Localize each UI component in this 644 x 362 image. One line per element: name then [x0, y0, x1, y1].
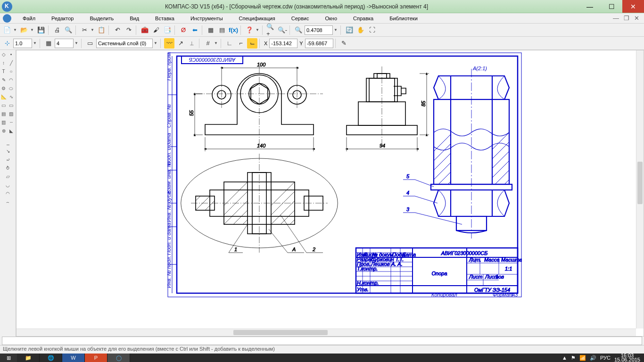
pan-icon[interactable]: ✋: [355, 25, 366, 35]
snap2-icon[interactable]: ⌐: [236, 38, 246, 49]
menu-select[interactable]: Выделить: [82, 15, 121, 22]
menu-tools[interactable]: Инструменты: [183, 15, 231, 22]
zoom-out-icon[interactable]: 🔍-: [277, 25, 288, 35]
tool-insert-icon[interactable]: ⊕: [0, 127, 7, 134]
system-tray[interactable]: ▲ ⚑ 📶 🔊 РУС 16:0315.06.2015: [558, 354, 644, 362]
tool-spec-icon[interactable]: ▤: [0, 110, 7, 117]
style2-icon[interactable]: ↗: [175, 38, 186, 49]
new-dropdown[interactable]: ▼: [13, 28, 18, 32]
mdi-minimize[interactable]: —: [611, 15, 621, 22]
copy-icon[interactable]: 📋: [96, 25, 107, 35]
back-icon[interactable]: ⬅: [190, 25, 200, 35]
properties-icon[interactable]: 🧰: [140, 25, 150, 35]
help-icon[interactable]: ❓: [244, 25, 255, 35]
maximize-button[interactable]: ☐: [601, 0, 622, 13]
tool-point-icon[interactable]: •: [8, 51, 15, 58]
tool-param-icon[interactable]: ⚙: [0, 85, 7, 92]
tool-rect-icon[interactable]: ▭: [8, 102, 15, 109]
manager-icon[interactable]: ▦: [206, 25, 216, 35]
tool-edit-icon[interactable]: ✎: [0, 76, 7, 83]
message-bar[interactable]: [2, 337, 642, 345]
task-word[interactable]: W: [62, 354, 85, 362]
task-kompas[interactable]: ◯: [107, 354, 130, 362]
tool-arc-icon[interactable]: ◠: [8, 76, 15, 83]
style-icon[interactable]: 〰: [164, 38, 174, 49]
menu-spec[interactable]: Спецификация: [231, 15, 283, 22]
refresh-icon[interactable]: 🔄: [344, 25, 355, 35]
task-ppt[interactable]: P: [85, 354, 107, 362]
tool-aux7-icon[interactable]: ◠: [4, 190, 11, 197]
print-icon[interactable]: 🖨: [52, 25, 62, 35]
tool-ellipse-icon[interactable]: ⬭: [8, 85, 15, 92]
mdi-close[interactable]: ✕: [632, 15, 641, 22]
menu-view[interactable]: Вид: [122, 15, 147, 22]
grid-icon[interactable]: ▦: [43, 38, 54, 49]
undo-icon[interactable]: ↶: [112, 25, 123, 35]
vertical-scrollbar[interactable]: [636, 50, 644, 329]
tool-text-icon[interactable]: T: [0, 68, 7, 75]
edit-icon[interactable]: ✎: [339, 38, 349, 49]
horizontal-scrollbar[interactable]: [17, 329, 636, 336]
copy-props-icon[interactable]: 📑: [162, 25, 173, 35]
tool-circle-icon[interactable]: ○: [8, 68, 15, 75]
new-icon[interactable]: 📄: [2, 25, 12, 35]
menu-window[interactable]: Окно: [317, 15, 345, 22]
layer-select[interactable]: [96, 39, 153, 48]
tool-aux1-icon[interactable]: ⎯: [4, 139, 11, 146]
tool-aux2-icon[interactable]: ↘: [4, 148, 11, 155]
brush-icon[interactable]: 🖌: [151, 25, 161, 35]
menu-service[interactable]: Сервис: [284, 15, 317, 22]
vars-icon[interactable]: f(x): [228, 25, 239, 35]
tool-dim-icon[interactable]: ↕: [0, 59, 7, 66]
grid2-icon[interactable]: #: [203, 38, 213, 49]
coord-x-input[interactable]: [269, 39, 297, 48]
zoom-dropdown[interactable]: ▼: [334, 28, 339, 32]
coord-y-input[interactable]: [305, 39, 333, 48]
menu-edit[interactable]: Редактор: [44, 15, 81, 22]
minimize-button[interactable]: —: [579, 0, 601, 13]
tool-report-icon[interactable]: ▥: [0, 119, 7, 126]
tool-select-icon[interactable]: ▭: [0, 102, 7, 109]
open-dropdown[interactable]: ▼: [30, 28, 35, 32]
tool-chamfer-icon[interactable]: ◣: [8, 127, 15, 134]
menu-insert[interactable]: Вставка: [148, 15, 182, 22]
angle-icon[interactable]: ∟: [224, 38, 235, 49]
cancel-icon[interactable]: Ø: [178, 25, 189, 35]
start-button[interactable]: ⊞: [0, 354, 17, 362]
cut-icon[interactable]: ✂: [79, 25, 90, 35]
redo-icon[interactable]: ↷: [124, 25, 134, 35]
task-chrome[interactable]: 🌐: [40, 354, 62, 362]
menu-file[interactable]: Файл: [15, 15, 43, 22]
tool-aux4-icon[interactable]: ⥁: [4, 165, 11, 172]
snap-step-input[interactable]: [13, 39, 32, 48]
tool-aux6-icon[interactable]: ◡: [4, 181, 11, 189]
fit-icon[interactable]: ⛶: [367, 25, 377, 35]
tool-aux5-icon[interactable]: ▱: [4, 173, 11, 180]
mdi-restore[interactable]: ❐: [622, 15, 631, 22]
tool-aux3-icon[interactable]: ⤾: [4, 156, 11, 163]
tool-geometry-icon[interactable]: ◇: [0, 51, 7, 58]
preview-icon[interactable]: 🔍: [63, 25, 74, 35]
zoom-in-icon[interactable]: 🔍+: [266, 25, 276, 35]
tool-axis-icon[interactable]: ╌: [8, 119, 15, 126]
ortho-icon[interactable]: ⊹: [2, 38, 12, 49]
open-icon[interactable]: 📂: [19, 25, 29, 35]
save-icon[interactable]: 💾: [36, 25, 46, 35]
menu-help[interactable]: Справка: [346, 15, 381, 22]
style3-icon[interactable]: ⟂: [187, 38, 197, 49]
tool-spline-icon[interactable]: ∿: [8, 93, 15, 100]
task-explorer[interactable]: 📁: [17, 354, 40, 362]
tool-hatch-icon[interactable]: ▨: [8, 110, 15, 117]
menu-lib[interactable]: Библиотеки: [382, 15, 425, 22]
tool-measure-icon[interactable]: 📐: [0, 93, 7, 100]
grid-step-input[interactable]: [55, 39, 74, 48]
zoom-input[interactable]: [305, 25, 333, 35]
snap3-icon[interactable]: ⌙: [247, 38, 257, 49]
close-button[interactable]: ✕: [622, 0, 644, 13]
tool-line-icon[interactable]: ╱: [8, 59, 15, 66]
app-menu-icon[interactable]: [3, 14, 11, 23]
tool-aux8-icon[interactable]: ⌢: [4, 198, 11, 206]
drawing-canvas[interactable]: Перв. примен. Справ. № Подп. и дата Взам…: [16, 50, 644, 337]
zoom-window-icon[interactable]: 🔍: [293, 25, 304, 35]
layer-icon[interactable]: ▭: [85, 38, 95, 49]
